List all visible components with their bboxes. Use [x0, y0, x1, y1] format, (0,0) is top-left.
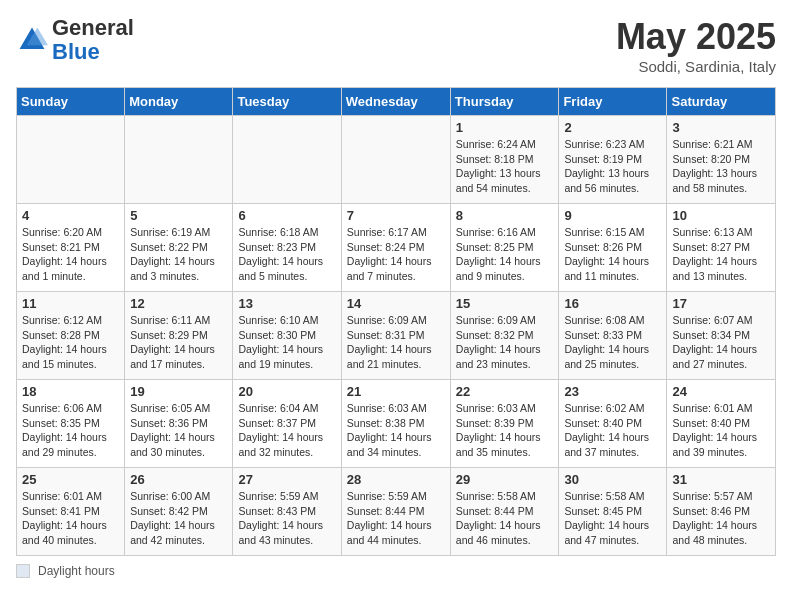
- day-number: 14: [347, 296, 445, 311]
- calendar-week-row: 11Sunrise: 6:12 AM Sunset: 8:28 PM Dayli…: [17, 292, 776, 380]
- calendar-body: 1Sunrise: 6:24 AM Sunset: 8:18 PM Daylig…: [17, 116, 776, 556]
- day-number: 13: [238, 296, 335, 311]
- calendar-cell: 26Sunrise: 6:00 AM Sunset: 8:42 PM Dayli…: [125, 468, 233, 556]
- calendar-table: SundayMondayTuesdayWednesdayThursdayFrid…: [16, 87, 776, 556]
- day-info: Sunrise: 5:59 AM Sunset: 8:44 PM Dayligh…: [347, 489, 445, 548]
- day-number: 15: [456, 296, 554, 311]
- calendar-cell: 12Sunrise: 6:11 AM Sunset: 8:29 PM Dayli…: [125, 292, 233, 380]
- day-number: 29: [456, 472, 554, 487]
- dow-header: Monday: [125, 88, 233, 116]
- day-number: 7: [347, 208, 445, 223]
- day-info: Sunrise: 6:16 AM Sunset: 8:25 PM Dayligh…: [456, 225, 554, 284]
- calendar-cell: 29Sunrise: 5:58 AM Sunset: 8:44 PM Dayli…: [450, 468, 559, 556]
- calendar-cell: 16Sunrise: 6:08 AM Sunset: 8:33 PM Dayli…: [559, 292, 667, 380]
- day-info: Sunrise: 6:10 AM Sunset: 8:30 PM Dayligh…: [238, 313, 335, 372]
- logo-text: General Blue: [52, 16, 134, 64]
- day-info: Sunrise: 6:24 AM Sunset: 8:18 PM Dayligh…: [456, 137, 554, 196]
- calendar-cell: 8Sunrise: 6:16 AM Sunset: 8:25 PM Daylig…: [450, 204, 559, 292]
- day-number: 28: [347, 472, 445, 487]
- calendar-cell: 11Sunrise: 6:12 AM Sunset: 8:28 PM Dayli…: [17, 292, 125, 380]
- day-info: Sunrise: 6:05 AM Sunset: 8:36 PM Dayligh…: [130, 401, 227, 460]
- calendar-cell: 21Sunrise: 6:03 AM Sunset: 8:38 PM Dayli…: [341, 380, 450, 468]
- calendar-cell: 5Sunrise: 6:19 AM Sunset: 8:22 PM Daylig…: [125, 204, 233, 292]
- calendar-cell: 22Sunrise: 6:03 AM Sunset: 8:39 PM Dayli…: [450, 380, 559, 468]
- day-number: 3: [672, 120, 770, 135]
- day-info: Sunrise: 6:15 AM Sunset: 8:26 PM Dayligh…: [564, 225, 661, 284]
- calendar-week-row: 4Sunrise: 6:20 AM Sunset: 8:21 PM Daylig…: [17, 204, 776, 292]
- day-number: 26: [130, 472, 227, 487]
- calendar-week-row: 18Sunrise: 6:06 AM Sunset: 8:35 PM Dayli…: [17, 380, 776, 468]
- day-number: 6: [238, 208, 335, 223]
- calendar-cell: 1Sunrise: 6:24 AM Sunset: 8:18 PM Daylig…: [450, 116, 559, 204]
- title-block: May 2025 Soddi, Sardinia, Italy: [616, 16, 776, 75]
- logo-icon: [16, 24, 48, 56]
- calendar-cell: 27Sunrise: 5:59 AM Sunset: 8:43 PM Dayli…: [233, 468, 341, 556]
- day-info: Sunrise: 5:59 AM Sunset: 8:43 PM Dayligh…: [238, 489, 335, 548]
- day-info: Sunrise: 6:17 AM Sunset: 8:24 PM Dayligh…: [347, 225, 445, 284]
- calendar-cell: 7Sunrise: 6:17 AM Sunset: 8:24 PM Daylig…: [341, 204, 450, 292]
- calendar-cell: 15Sunrise: 6:09 AM Sunset: 8:32 PM Dayli…: [450, 292, 559, 380]
- calendar-cell: 10Sunrise: 6:13 AM Sunset: 8:27 PM Dayli…: [667, 204, 776, 292]
- calendar-cell: 25Sunrise: 6:01 AM Sunset: 8:41 PM Dayli…: [17, 468, 125, 556]
- location: Soddi, Sardinia, Italy: [616, 58, 776, 75]
- calendar-cell: 18Sunrise: 6:06 AM Sunset: 8:35 PM Dayli…: [17, 380, 125, 468]
- day-info: Sunrise: 6:09 AM Sunset: 8:31 PM Dayligh…: [347, 313, 445, 372]
- calendar-week-row: 25Sunrise: 6:01 AM Sunset: 8:41 PM Dayli…: [17, 468, 776, 556]
- day-number: 17: [672, 296, 770, 311]
- day-number: 20: [238, 384, 335, 399]
- day-info: Sunrise: 6:07 AM Sunset: 8:34 PM Dayligh…: [672, 313, 770, 372]
- dow-header: Wednesday: [341, 88, 450, 116]
- day-info: Sunrise: 6:02 AM Sunset: 8:40 PM Dayligh…: [564, 401, 661, 460]
- day-number: 27: [238, 472, 335, 487]
- day-info: Sunrise: 6:03 AM Sunset: 8:39 PM Dayligh…: [456, 401, 554, 460]
- day-info: Sunrise: 6:18 AM Sunset: 8:23 PM Dayligh…: [238, 225, 335, 284]
- calendar-cell: 2Sunrise: 6:23 AM Sunset: 8:19 PM Daylig…: [559, 116, 667, 204]
- dow-header: Sunday: [17, 88, 125, 116]
- calendar-cell: 30Sunrise: 5:58 AM Sunset: 8:45 PM Dayli…: [559, 468, 667, 556]
- day-info: Sunrise: 6:23 AM Sunset: 8:19 PM Dayligh…: [564, 137, 661, 196]
- day-number: 12: [130, 296, 227, 311]
- logo: General Blue: [16, 16, 134, 64]
- day-number: 11: [22, 296, 119, 311]
- day-number: 2: [564, 120, 661, 135]
- day-number: 4: [22, 208, 119, 223]
- day-info: Sunrise: 6:21 AM Sunset: 8:20 PM Dayligh…: [672, 137, 770, 196]
- day-number: 9: [564, 208, 661, 223]
- daylight-label: Daylight hours: [38, 564, 115, 578]
- calendar-week-row: 1Sunrise: 6:24 AM Sunset: 8:18 PM Daylig…: [17, 116, 776, 204]
- calendar-cell: 6Sunrise: 6:18 AM Sunset: 8:23 PM Daylig…: [233, 204, 341, 292]
- footer: Daylight hours: [16, 564, 776, 578]
- day-info: Sunrise: 5:58 AM Sunset: 8:44 PM Dayligh…: [456, 489, 554, 548]
- dow-header: Saturday: [667, 88, 776, 116]
- day-number: 16: [564, 296, 661, 311]
- calendar-cell: [125, 116, 233, 204]
- dow-header: Friday: [559, 88, 667, 116]
- day-number: 25: [22, 472, 119, 487]
- dow-header: Tuesday: [233, 88, 341, 116]
- day-info: Sunrise: 6:09 AM Sunset: 8:32 PM Dayligh…: [456, 313, 554, 372]
- page-header: General Blue May 2025 Soddi, Sardinia, I…: [16, 16, 776, 75]
- day-info: Sunrise: 6:04 AM Sunset: 8:37 PM Dayligh…: [238, 401, 335, 460]
- day-info: Sunrise: 6:20 AM Sunset: 8:21 PM Dayligh…: [22, 225, 119, 284]
- day-info: Sunrise: 6:13 AM Sunset: 8:27 PM Dayligh…: [672, 225, 770, 284]
- day-number: 18: [22, 384, 119, 399]
- calendar-cell: [233, 116, 341, 204]
- calendar-cell: [17, 116, 125, 204]
- day-info: Sunrise: 6:08 AM Sunset: 8:33 PM Dayligh…: [564, 313, 661, 372]
- day-number: 5: [130, 208, 227, 223]
- day-info: Sunrise: 5:58 AM Sunset: 8:45 PM Dayligh…: [564, 489, 661, 548]
- day-number: 30: [564, 472, 661, 487]
- day-number: 24: [672, 384, 770, 399]
- day-number: 8: [456, 208, 554, 223]
- day-info: Sunrise: 6:06 AM Sunset: 8:35 PM Dayligh…: [22, 401, 119, 460]
- month-title: May 2025: [616, 16, 776, 58]
- calendar-cell: 13Sunrise: 6:10 AM Sunset: 8:30 PM Dayli…: [233, 292, 341, 380]
- calendar-cell: 3Sunrise: 6:21 AM Sunset: 8:20 PM Daylig…: [667, 116, 776, 204]
- day-number: 21: [347, 384, 445, 399]
- day-info: Sunrise: 6:03 AM Sunset: 8:38 PM Dayligh…: [347, 401, 445, 460]
- calendar-cell: 4Sunrise: 6:20 AM Sunset: 8:21 PM Daylig…: [17, 204, 125, 292]
- calendar-cell: 28Sunrise: 5:59 AM Sunset: 8:44 PM Dayli…: [341, 468, 450, 556]
- day-info: Sunrise: 6:01 AM Sunset: 8:40 PM Dayligh…: [672, 401, 770, 460]
- day-number: 10: [672, 208, 770, 223]
- calendar-cell: 14Sunrise: 6:09 AM Sunset: 8:31 PM Dayli…: [341, 292, 450, 380]
